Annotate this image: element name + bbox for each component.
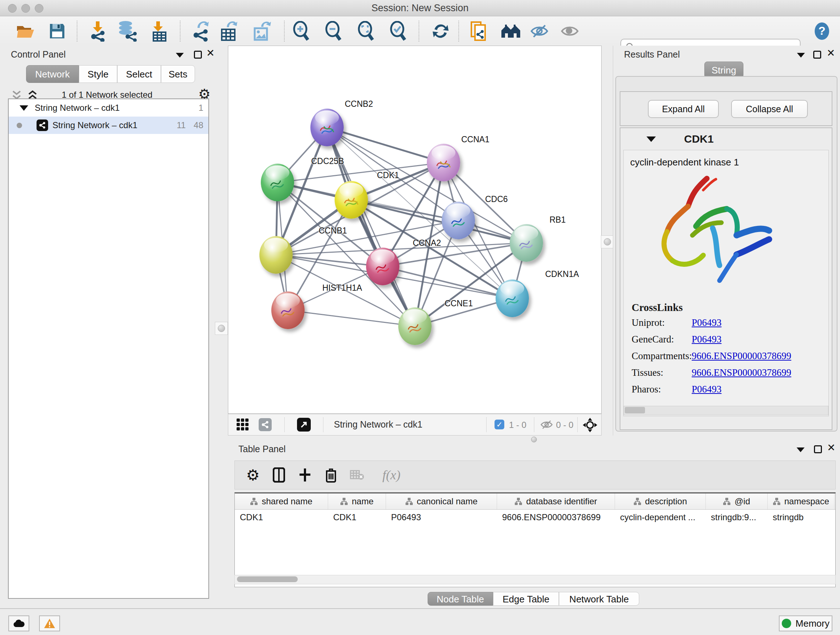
zoom-fit-button[interactable] xyxy=(355,19,378,43)
column-header-namespace[interactable]: namespace xyxy=(767,494,835,509)
table-cell[interactable]: cyclin-dependent ... xyxy=(615,509,706,525)
status-bar: Memory xyxy=(0,608,840,635)
column-header-name[interactable]: name xyxy=(328,494,386,509)
eye-button[interactable] xyxy=(558,19,581,43)
fit-selected-crosshair-icon[interactable] xyxy=(582,417,598,434)
home-button[interactable] xyxy=(499,19,523,43)
horizontal-splitter[interactable] xyxy=(228,435,840,442)
open-session-button[interactable] xyxy=(14,19,37,43)
column-header--id[interactable]: @id xyxy=(706,494,767,509)
houses-icon xyxy=(501,23,521,39)
tab-sets[interactable]: Sets xyxy=(161,65,195,83)
delete-column-icon[interactable] xyxy=(323,467,339,483)
table-settings-gear-icon[interactable]: ⚙ xyxy=(245,467,261,483)
node-ccne1[interactable] xyxy=(398,307,431,345)
node-cdkn1a[interactable] xyxy=(496,279,529,317)
detach-view-icon[interactable] xyxy=(297,418,311,432)
results-hscrollbar[interactable] xyxy=(624,406,829,415)
column-header-shared-name[interactable]: shared name xyxy=(235,494,328,509)
cloud-button[interactable] xyxy=(8,616,29,631)
table-toolbar: ⚙ f(x) xyxy=(234,461,836,489)
birds-eye-grid-icon[interactable] xyxy=(236,418,249,432)
table-hscrollbar[interactable] xyxy=(234,575,836,584)
crosslink-link[interactable]: 9606.ENSP00000378699 xyxy=(692,350,791,362)
refresh-button[interactable] xyxy=(429,19,452,43)
table-cell[interactable]: CDK1 xyxy=(328,509,386,525)
tab-style[interactable]: Style xyxy=(79,65,117,83)
export-table-button[interactable] xyxy=(217,19,240,43)
right-splitter[interactable] xyxy=(602,46,613,435)
float-panel-icon[interactable] xyxy=(813,51,821,59)
network-overview-share-icon[interactable] xyxy=(259,418,272,431)
tab-select[interactable]: Select xyxy=(117,65,161,83)
crosslink-link[interactable]: 9606.ENSP00000378699 xyxy=(692,367,791,378)
show-hide-panel-button[interactable] xyxy=(528,19,551,43)
tab-edge-table[interactable]: Edge Table xyxy=(493,592,559,606)
column-attribute-icon xyxy=(250,497,258,505)
crosslinks-heading: CrossLinks xyxy=(632,302,829,314)
zoom-in-button[interactable] xyxy=(290,19,313,43)
table-cell[interactable]: 9606.ENSP00000378699 xyxy=(497,509,615,525)
node-hist1h1a[interactable] xyxy=(271,291,305,329)
tab-network-table[interactable]: Network Table xyxy=(559,592,639,606)
right-splitter-handle[interactable] xyxy=(601,235,614,249)
panel-menu-icon[interactable] xyxy=(797,53,805,57)
horizontal-splitter-handle[interactable] xyxy=(531,437,537,442)
table-cell[interactable]: P06493 xyxy=(386,509,497,525)
node-cdc6[interactable] xyxy=(442,202,475,239)
close-panel-icon[interactable]: ✕ xyxy=(206,49,215,57)
zoom-out-button[interactable] xyxy=(322,19,345,43)
show-columns-icon[interactable] xyxy=(271,467,287,483)
export-image-button[interactable] xyxy=(250,19,273,43)
share-document-button[interactable] xyxy=(467,19,490,43)
crosslink-link[interactable]: P06493 xyxy=(692,384,722,395)
network-collection-row[interactable]: String Network – cdk1 1 xyxy=(9,99,208,117)
left-splitter-handle[interactable] xyxy=(215,322,228,335)
warnings-button[interactable] xyxy=(39,616,60,631)
import-network-button[interactable] xyxy=(86,19,109,43)
memory-button[interactable]: Memory xyxy=(779,616,832,631)
column-header-description[interactable]: description xyxy=(615,494,706,509)
network-row[interactable]: String Network – cdk1 11 48 xyxy=(9,117,208,134)
tab-node-table[interactable]: Node Table xyxy=(428,592,493,606)
crosslink-link[interactable]: P06493 xyxy=(692,317,722,328)
close-panel-icon[interactable]: ✕ xyxy=(827,444,835,452)
column-header-canonical-name[interactable]: canonical name xyxy=(386,494,497,509)
import-table-button[interactable] xyxy=(147,19,171,43)
section-expander-icon[interactable] xyxy=(646,136,656,142)
node-ccna1[interactable] xyxy=(427,144,460,181)
column-header-database-identifier[interactable]: database identifier xyxy=(497,494,615,509)
close-panel-icon[interactable]: ✕ xyxy=(827,49,835,57)
import-network-database-button[interactable] xyxy=(116,19,139,43)
table-cell[interactable]: stringdb:9... xyxy=(706,509,767,525)
add-column-icon[interactable] xyxy=(297,467,313,483)
crosslink-row: Pharos:P06493 xyxy=(624,384,829,401)
collapse-all-button[interactable]: Collapse All xyxy=(731,100,808,118)
collection-expander-icon[interactable] xyxy=(19,105,28,111)
cdk1-section-header[interactable]: CDK1 xyxy=(621,128,832,150)
float-panel-icon[interactable] xyxy=(194,51,202,59)
node-cdk1[interactable] xyxy=(335,181,368,219)
hidden-eye-icon[interactable] xyxy=(540,419,553,432)
node-ccna2[interactable] xyxy=(366,248,399,285)
node-cdc25b[interactable] xyxy=(261,164,294,201)
node-table[interactable]: shared namenamecanonical namedatabase id… xyxy=(234,492,836,587)
node-ccnb2[interactable] xyxy=(310,109,344,146)
node-rb1[interactable] xyxy=(510,224,543,262)
selected-checkbox-icon[interactable]: ✓ xyxy=(494,420,504,429)
tab-network[interactable]: Network xyxy=(26,65,79,83)
float-panel-icon[interactable] xyxy=(814,445,822,453)
network-canvas[interactable]: CCNB2CCNA1CDC25BCDK1CDC6RB1CCNB1CCNA2CDK… xyxy=(228,46,602,414)
save-session-button[interactable] xyxy=(46,19,69,43)
table-cell[interactable]: CDK1 xyxy=(235,509,328,525)
expand-all-button[interactable]: Expand All xyxy=(648,100,719,118)
node-ccnb1[interactable] xyxy=(259,236,293,274)
export-network-button[interactable] xyxy=(189,19,213,43)
panel-menu-icon[interactable] xyxy=(797,448,805,452)
left-splitter[interactable] xyxy=(214,46,228,608)
panel-menu-icon[interactable] xyxy=(176,53,184,57)
table-cell[interactable]: stringdb xyxy=(767,509,835,525)
help-button[interactable]: ? xyxy=(810,19,834,43)
crosslink-link[interactable]: P06493 xyxy=(692,334,722,345)
zoom-selected-button[interactable] xyxy=(387,19,410,43)
